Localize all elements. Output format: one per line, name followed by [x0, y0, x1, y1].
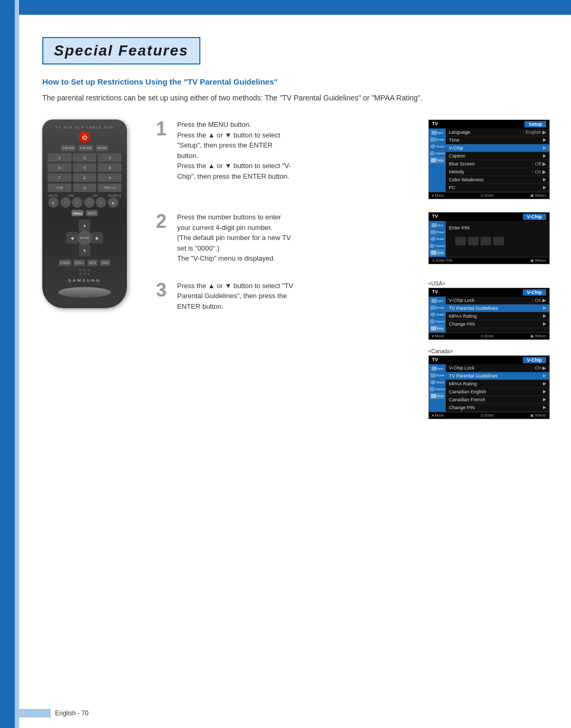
step-3-text: Press the ▲ or ▼ button to select "TV Pa… [177, 281, 293, 312]
num-8-button[interactable]: 8 [73, 173, 97, 182]
canada-sidebar-setup: Setup [430, 393, 445, 399]
setup-menu-sidebar: Input Picture Sound [429, 128, 446, 192]
pin-sidebar-sound: Sound [430, 236, 445, 242]
step-2-text: Press the number buttons to enter your c… [177, 212, 293, 264]
canada-menu-screen: TV V-Chip Input [428, 355, 550, 419]
top-bar [0, 0, 571, 15]
info-button[interactable]: INFO [86, 210, 98, 216]
step-1-number: 1 [156, 119, 169, 139]
num-1-button[interactable]: 1 [48, 153, 71, 162]
page-title: Special Features [54, 42, 189, 59]
canada-region-container: <Canada> TV V-Chip Input [428, 348, 550, 419]
menu-language: Language: English ▶ [446, 128, 549, 136]
pin-display [449, 234, 546, 248]
num-100-button[interactable]: +100 [48, 183, 71, 192]
canada-menu-bottom: ♦ Move⊡ Enter▣ Return [429, 412, 549, 419]
step-2-content: Press the number buttons to enter your c… [177, 212, 420, 268]
vol-down-button[interactable]: − [60, 197, 71, 208]
num-3-button[interactable]: 3 [98, 153, 122, 162]
steps-area: 1 Press the MENU button. Press the ▲ or … [156, 119, 550, 432]
num-5-button[interactable]: 5 [73, 163, 97, 172]
enter-pin-label: Enter PIN [449, 225, 546, 231]
setup-menu-screen: TV Setup Input Picture [428, 119, 550, 199]
num-7-button[interactable]: 7 [48, 173, 71, 182]
canada-sidebar-channel: Channel [430, 386, 445, 392]
srs-button[interactable]: SRS [100, 260, 110, 266]
usa-region-label: <USA> [428, 281, 550, 287]
vol-ch-row: MUTE 🔇 VOL − + CH − + [48, 194, 122, 208]
info-row: Menu INFO [48, 210, 122, 216]
mode-button[interactable]: MODE [96, 145, 108, 151]
usa-region-container: <USA> TV V-Chip Input [428, 281, 550, 340]
num-9-button[interactable]: 9 [98, 173, 122, 182]
menu-caption: Caption▶ [446, 152, 549, 160]
still-button[interactable]: STILL [73, 260, 85, 266]
canada-sidebar-picture: Picture [430, 372, 445, 379]
canada-sidebar-input: Input [430, 365, 445, 372]
pin-sidebar-channel: Channel [430, 243, 445, 249]
pin-sidebar-input: Input [430, 222, 445, 228]
left-accent [0, 0, 15, 728]
vol-up-button[interactable]: + [72, 197, 82, 208]
num-4-button[interactable]: 4 [48, 163, 71, 172]
pin-menu-sidebar: Input Picture Sound [429, 221, 446, 257]
number-grid: 1 2 3 4 5 6 7 8 9 +100 0 PRE-CH [48, 153, 122, 192]
intro-text: The parental restrictions can be set up … [42, 93, 465, 104]
region-screens: <USA> TV V-Chip Input [428, 281, 550, 419]
usa-sidebar-sound: Sound [430, 311, 445, 318]
step-1-content: Press the MENU button. Press the ▲ or ▼ … [177, 119, 420, 186]
canada-english: Canadian English▶ [446, 388, 549, 396]
p-size-button[interactable]: P.SIZE [59, 260, 71, 266]
num-6-button[interactable]: 6 [98, 163, 122, 172]
sidebar-sound: Sound [430, 143, 445, 150]
mts-button[interactable]: MTS [87, 260, 98, 266]
setup-menu-body: Input Picture Sound [429, 128, 549, 192]
num-2-button[interactable]: 2 [73, 153, 97, 162]
s-mode-button[interactable]: S.MODE [78, 145, 94, 151]
title-box: Special Features [42, 37, 200, 64]
enter-button[interactable]: ENTER [77, 231, 92, 245]
dpad-left-button[interactable]: ◀ [66, 232, 78, 244]
p-mode-button[interactable]: P.MODE [61, 145, 76, 151]
menu-colorweakness: Color Weakness▶ [446, 176, 549, 184]
usa-sidebar-channel: Channel [430, 318, 445, 325]
usa-menu-bottom: ♦ Move⊡ Enter▣ Return [429, 333, 549, 339]
usa-menu-body: Input Picture Sound [429, 297, 549, 333]
source-button[interactable]: ◉ [108, 197, 118, 208]
dpad-down-button[interactable]: ▼ [79, 245, 90, 256]
pin-digit-1 [455, 237, 466, 245]
menu-time: Time▶ [446, 136, 549, 144]
dpad-right-button[interactable]: ▶ [91, 232, 103, 244]
menu-melody: Melody: On ▶ [446, 168, 549, 176]
usa-sidebar-picture: Picture [430, 305, 445, 311]
step-2-number: 2 [156, 212, 169, 231]
sidebar-channel: Channel [430, 150, 445, 156]
step-1-text: Press the MENU button. Press the ▲ or ▼ … [177, 119, 293, 181]
menu-bluescreen: Blue Screen: Off ▶ [446, 160, 549, 168]
usa-vchip-lock: V-Chip Lock: On ▶ [446, 297, 549, 305]
pin-menu-content: Enter PIN [446, 221, 549, 257]
step-3-content: Press the ▲ or ▼ button to select "TV Pa… [177, 281, 420, 316]
prech-button[interactable]: PRE-CH [98, 183, 122, 192]
footer: English - 70 [19, 709, 88, 717]
menu-button[interactable]: Menu [71, 210, 84, 216]
power-button[interactable] [79, 131, 90, 143]
usa-menu-screen: TV V-Chip Input [428, 288, 550, 340]
pin-sidebar-picture: Picture [430, 229, 445, 235]
usa-menu-items: V-Chip Lock: On ▶ TV Parental Guidelines… [446, 297, 549, 333]
remote-control: TV STB VCR CABLE DVD P.MODE S.MODE MODE … [42, 119, 127, 308]
pin-menu-bottom: ⊙ Enter PIN▣ Return [429, 257, 549, 264]
canada-menu-body: Input Picture Sound [429, 364, 549, 412]
mode-row: P.MODE S.MODE MODE [48, 145, 122, 151]
mute-button[interactable]: 🔇 [48, 197, 59, 208]
left-accent-inner [15, 0, 19, 728]
ch-down-button[interactable]: − [84, 197, 95, 208]
pin-sidebar-setup: Setup [430, 250, 445, 256]
footer-bar [19, 709, 51, 717]
step-3-number: 3 [156, 281, 169, 300]
canada-region-label: <Canada> [428, 348, 550, 354]
dpad-up-button[interactable]: ▲ [79, 219, 90, 231]
usa-change-pin: Change PIN▶ [446, 320, 549, 328]
num-0-button[interactable]: 0 [73, 183, 97, 192]
ch-up-button[interactable]: + [96, 197, 106, 208]
